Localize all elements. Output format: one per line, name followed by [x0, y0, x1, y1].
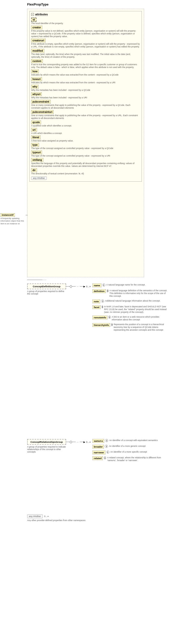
prop-name-dir[interactable]: dir	[31, 168, 37, 172]
any-other-bottom-tag: any ##other	[27, 514, 43, 518]
prop-name-uri[interactable]: uri	[31, 128, 37, 132]
field-note-row: note ℹ Additional natural language infor…	[93, 300, 168, 303]
rel-line2	[72, 442, 76, 442]
any-other-top: any ##other	[31, 176, 140, 180]
field-related-badge[interactable]: related	[93, 456, 103, 460]
prop-name-whyuri[interactable]: whyuri	[31, 92, 42, 96]
any-other-bottom-row: any ##other 0...∞	[27, 514, 90, 518]
field-definition-badge[interactable]: definition	[93, 289, 106, 293]
concept-rel-fields: sameAs ℹ An identifier of a concept with…	[93, 439, 168, 462]
concept-relationships-section: ConceptRelationshipsGroup ··· ▶ 0...∞ A …	[27, 439, 168, 453]
field-narrower-desc: An identifier of a more specific concept	[110, 451, 147, 453]
instance-of-container: instanceOf A frequently updating informa…	[1, 213, 26, 225]
field-note-badge[interactable]: note	[93, 300, 100, 303]
prop-modified: modified The date (and, optionally, the …	[31, 49, 140, 58]
field-name-row: name ℹ A natural language name for the c…	[93, 283, 168, 287]
field-facet-badge[interactable]: facet	[93, 305, 101, 309]
prop-name-how[interactable]: how	[31, 69, 39, 73]
field-definition-row: definition ℹ A natural language definiti…	[93, 289, 168, 298]
prop-desc-literal: A free-text value assigned as property v…	[31, 139, 140, 142]
prop-desc-uri: A URI which identifies a concept.	[31, 132, 140, 135]
prop-name-modified[interactable]: modified	[31, 49, 44, 53]
rel-line3	[80, 442, 83, 442]
field-name-badge[interactable]: name	[93, 283, 101, 287]
concept-definition-section: ConceptDefinitionGroup ··· ▶ 0...∞ A gro…	[27, 283, 168, 295]
concept-rel-description: A group of properties required to indica…	[27, 446, 66, 453]
prop-desc-modified: The date (and, optionally, the time) whe…	[31, 53, 140, 58]
field-remoteinfo-badge[interactable]: remoteInfo	[93, 316, 107, 319]
prop-name-pubconstraint[interactable]: pubconstraint	[31, 100, 51, 104]
rel-cardinality: 0...∞	[86, 441, 91, 443]
any-other-bottom-section: any ##other 0...∞ Any other provider-def…	[27, 514, 90, 522]
field-facet-row: facet ℹ In NAR 1.8 and later, facet is d…	[93, 305, 168, 314]
prop-desc-whyuri: Why the metadata has been included - exp…	[31, 96, 140, 99]
prop-literal: literal A free-text value assigned as pr…	[31, 135, 140, 142]
field-broader-badge[interactable]: broader	[93, 445, 104, 449]
prop-name-howuri[interactable]: howuri	[31, 77, 42, 81]
prop-uri: uri A URI which identifies a concept.	[31, 128, 140, 135]
prop-name-why[interactable]: why	[31, 85, 38, 89]
field-hierarchyinfo-info[interactable]: ℹ	[111, 323, 113, 326]
field-hierarchyinfo-badge[interactable]: hierarchyInfo	[93, 323, 110, 327]
field-broader-info[interactable]: ℹ	[105, 445, 108, 448]
prop-name-pubconstrainturi[interactable]: pubconstrainturi	[31, 110, 54, 114]
diamond-def	[69, 285, 72, 288]
field-broader-row: broader ℹ An identifier of a more generi…	[93, 445, 168, 449]
prop-type: type The type of the concept assigned as…	[31, 143, 140, 150]
instance-of-description: A frequently updating information object…	[1, 217, 26, 225]
prop-custom: custom If set to true the corresponding …	[31, 59, 140, 69]
prop-pubconstrainturi: pubconstrainturi One or many constraints…	[31, 110, 140, 120]
prop-name-qcode[interactable]: qcode	[31, 120, 41, 124]
prop-name-typeuri[interactable]: typeuri	[31, 151, 42, 154]
prop-name-type[interactable]: type	[31, 143, 39, 147]
prop-pubconstraint: pubconstraint One or many constraints th…	[31, 100, 140, 109]
any-other-bottom-cardinality: 0...∞	[44, 515, 49, 518]
field-sameas-badge[interactable]: sameAs	[93, 439, 104, 443]
prop-howuri: howuri Indicates by which means the valu…	[31, 77, 140, 84]
line3	[80, 286, 83, 287]
field-narrower-info[interactable]: ℹ	[106, 451, 109, 454]
concept-def-fields: name ℹ A natural language name for the c…	[93, 283, 168, 332]
instance-of-badge[interactable]: instanceOf	[1, 213, 15, 217]
prop-desc-creatoruri: If this attribute is empty, specifies wh…	[31, 43, 140, 48]
conn-dots: ····	[42, 278, 47, 281]
collapse-button[interactable]: −	[31, 13, 34, 16]
prop-name-literal[interactable]: literal	[31, 135, 40, 139]
field-related-desc: A related concept, where the relationshi…	[107, 456, 168, 462]
line2	[72, 286, 76, 287]
field-note-info[interactable]: ℹ	[101, 300, 104, 303]
field-facet-info[interactable]: ℹ	[102, 305, 103, 308]
prop-desc-id: The local identifier of the property.	[31, 22, 140, 25]
prop-name-custom[interactable]: custom	[31, 59, 43, 63]
field-broader-desc: An identifier of a more generic concept	[109, 445, 146, 448]
rel-dots: ···	[77, 441, 79, 443]
field-sameas-info[interactable]: ℹ	[105, 439, 108, 442]
attributes-block: − attributes id The local identifier of …	[29, 11, 142, 182]
field-sameas-row: sameAs ℹ An identifier of a concept with…	[93, 439, 168, 443]
prop-dir: dir The directionality of textual conten…	[31, 168, 140, 175]
cardinality-def: ···	[77, 285, 79, 288]
field-name-info[interactable]: ℹ	[102, 283, 105, 287]
prop-name-id[interactable]: id	[31, 18, 36, 22]
field-remoteinfo-info[interactable]: ℹ	[108, 316, 111, 319]
prop-desc-xmllang: Specifies the language of this property …	[31, 162, 140, 168]
field-narrower-row: narrower ℹ An identifier of a more speci…	[93, 451, 168, 454]
prop-name-creatoruri[interactable]: creatoruri	[31, 39, 46, 42]
conn-line	[27, 280, 42, 280]
connector-def: ··· ▶ 0...∞	[66, 285, 91, 288]
attributes-header: − attributes	[31, 13, 140, 16]
field-hierarchyinfo-row: hierarchyInfo ℹ Represents the position …	[93, 323, 168, 331]
prop-name-xmllang[interactable]: xmllang	[31, 158, 43, 162]
concept-rel-group-box[interactable]: ConceptRelationshipsGroup	[27, 439, 66, 445]
prop-name-creator[interactable]: creator	[31, 26, 42, 29]
field-related-info[interactable]: ℹ	[104, 456, 106, 459]
any-other-bottom-description: Any other provider-defined properties fr…	[27, 519, 90, 522]
prop-desc-pubconstrainturi: One or many constraints that apply to pu…	[31, 114, 140, 120]
prop-desc-howuri: Indicates by which means the value was e…	[31, 81, 140, 84]
field-definition-info[interactable]: ℹ	[107, 289, 109, 292]
field-narrower-badge[interactable]: narrower	[93, 451, 105, 454]
field-hierarchyinfo-desc: Represents the position of a concept in …	[114, 323, 168, 331]
concept-def-group-box[interactable]: ConceptDefinitionGroup	[27, 283, 66, 289]
main-container: − attributes id The local identifier of …	[27, 9, 144, 277]
connector-line-instance	[26, 215, 28, 215]
